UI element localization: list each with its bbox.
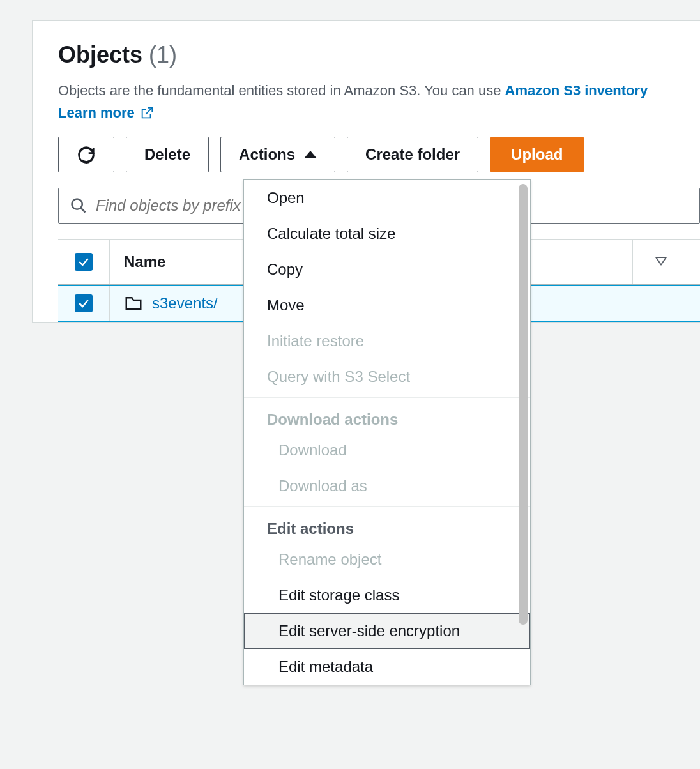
menu-section-download-header: Download actions (244, 404, 530, 432)
actions-dropdown: Open Calculate total size Copy Move Init… (243, 179, 531, 685)
menu-edit-server-side-encryption[interactable]: Edit server-side encryption (244, 613, 530, 649)
select-all-cell[interactable] (58, 253, 109, 271)
menu-rename-object: Rename object (244, 542, 530, 577)
svg-point-0 (72, 199, 82, 209)
menu-download-as: Download as (244, 468, 530, 504)
actions-button-label: Actions (239, 146, 295, 164)
external-link-icon (140, 106, 154, 120)
menu-query-s3-select: Query with S3 Select (244, 359, 530, 395)
svg-line-1 (81, 208, 86, 213)
select-all-checkbox[interactable] (75, 253, 93, 271)
menu-section-edit-header: Edit actions (244, 514, 530, 542)
description-text: Objects are the fundamental entities sto… (58, 82, 505, 98)
column-sort-indicator[interactable] (632, 240, 689, 284)
folder-icon (124, 294, 143, 313)
dropdown-scrollbar[interactable] (519, 184, 528, 625)
menu-edit-metadata[interactable]: Edit metadata (244, 649, 530, 685)
learn-more-link[interactable]: Learn more (58, 105, 135, 121)
menu-download-section: Download actions Download Download as (244, 397, 530, 504)
menu-download: Download (244, 432, 530, 468)
row-select-cell[interactable] (58, 294, 109, 312)
actions-button[interactable]: Actions (220, 137, 335, 172)
menu-move[interactable]: Move (244, 287, 530, 323)
row-checkbox[interactable] (75, 294, 93, 312)
refresh-button[interactable] (58, 137, 114, 172)
menu-edit-storage-class[interactable]: Edit storage class (244, 577, 530, 613)
toolbar: Delete Actions Create folder Upload (58, 137, 700, 172)
object-count: (1) (149, 42, 177, 68)
create-folder-button[interactable]: Create folder (347, 137, 478, 172)
search-icon (70, 197, 88, 215)
panel-title-row: Objects (1) (58, 42, 700, 68)
caret-up-icon (304, 151, 317, 158)
delete-button[interactable]: Delete (126, 137, 209, 172)
object-link[interactable]: s3events/ (152, 294, 218, 312)
inventory-link[interactable]: Amazon S3 inventory (505, 82, 648, 98)
menu-calculate-total-size[interactable]: Calculate total size (244, 216, 530, 252)
check-icon (77, 297, 90, 310)
menu-copy[interactable]: Copy (244, 252, 530, 287)
upload-button[interactable]: Upload (490, 137, 584, 172)
refresh-icon (77, 145, 96, 164)
menu-edit-section: Edit actions Rename object Edit storage … (244, 506, 530, 685)
check-icon (77, 255, 90, 268)
menu-open[interactable]: Open (244, 180, 530, 216)
panel-title: Objects (58, 42, 142, 68)
menu-initiate-restore: Initiate restore (244, 323, 530, 359)
sort-caret-icon (655, 258, 667, 266)
panel-description: Objects are the fundamental entities sto… (58, 80, 700, 101)
